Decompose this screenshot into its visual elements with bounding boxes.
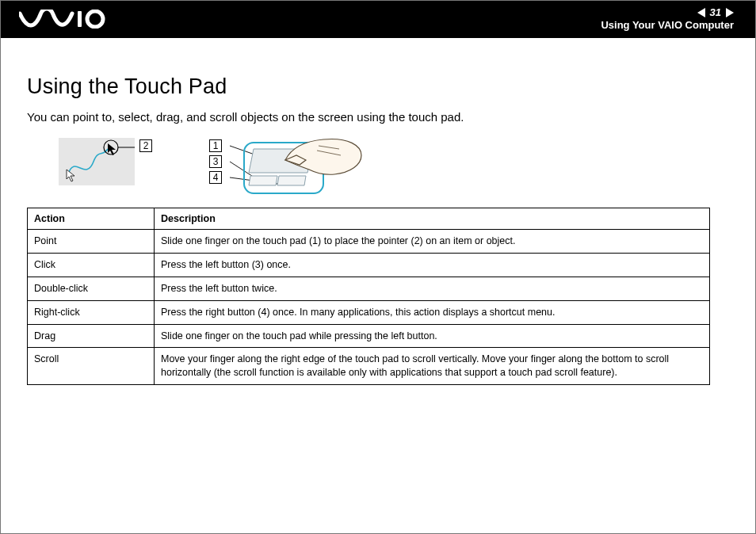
header-bar: 31 Using Your VAIO Computer	[0, 0, 756, 38]
callout-2: 2	[139, 139, 152, 152]
table-row: Point Slide one finger on the touch pad …	[28, 230, 710, 254]
section-label: Using Your VAIO Computer	[601, 19, 734, 32]
cell-desc: Press the left button twice.	[155, 277, 710, 300]
vaio-logo	[19, 10, 106, 29]
cell-action: Double-click	[28, 277, 155, 300]
cell-desc: Move your finger along the right edge of…	[155, 348, 710, 385]
callout-1: 1	[209, 139, 222, 152]
callout-4: 4	[209, 171, 222, 184]
svg-point-1	[87, 11, 103, 27]
svg-marker-10	[277, 176, 306, 185]
cell-desc: Press the right button (4) once. In many…	[155, 300, 710, 324]
prev-page-icon[interactable]	[697, 8, 705, 17]
cell-desc: Press the left button (3) once.	[155, 253, 710, 277]
callout-3: 3	[209, 155, 222, 168]
figure-touchpad	[230, 138, 365, 196]
intro-text: You can point to, select, drag, and scro…	[27, 110, 732, 124]
page-nav: 31	[601, 6, 734, 19]
figure-pointer-panel: 2	[59, 138, 162, 185]
page-title: Using the Touch Pad	[27, 74, 732, 99]
action-table: Action Description Point Slide one finge…	[27, 208, 710, 385]
cell-action: Drag	[28, 324, 155, 348]
cell-action: Right-click	[28, 300, 155, 324]
col-header-description: Description	[155, 208, 710, 230]
table-row: Click Press the left button (3) once.	[28, 253, 710, 277]
page-number: 31	[710, 6, 721, 19]
table-row: Drag Slide one finger on the touch pad w…	[28, 324, 710, 348]
table-row: Double-click Press the left button twice…	[28, 277, 710, 300]
next-page-icon[interactable]	[726, 8, 734, 17]
cell-action: Click	[28, 253, 155, 277]
svg-marker-9	[249, 176, 277, 185]
svg-rect-0	[78, 11, 82, 27]
header-right: 31 Using Your VAIO Computer	[601, 6, 734, 31]
cell-action: Scroll	[28, 348, 155, 385]
table-row: Scroll Move your finger along the right …	[28, 348, 710, 385]
cursor-icon	[67, 170, 74, 181]
callout-stack: 1 3 4	[209, 139, 222, 184]
col-header-action: Action	[28, 208, 155, 230]
table-row: Right-click Press the right button (4) o…	[28, 300, 710, 324]
figure-row: 2 1 3 4	[59, 138, 732, 196]
cell-action: Point	[28, 230, 155, 254]
cell-desc: Slide one finger on the touch pad while …	[155, 324, 710, 348]
content-area: Using the Touch Pad You can point to, se…	[0, 38, 756, 385]
cell-desc: Slide one finger on the touch pad (1) to…	[155, 230, 710, 254]
